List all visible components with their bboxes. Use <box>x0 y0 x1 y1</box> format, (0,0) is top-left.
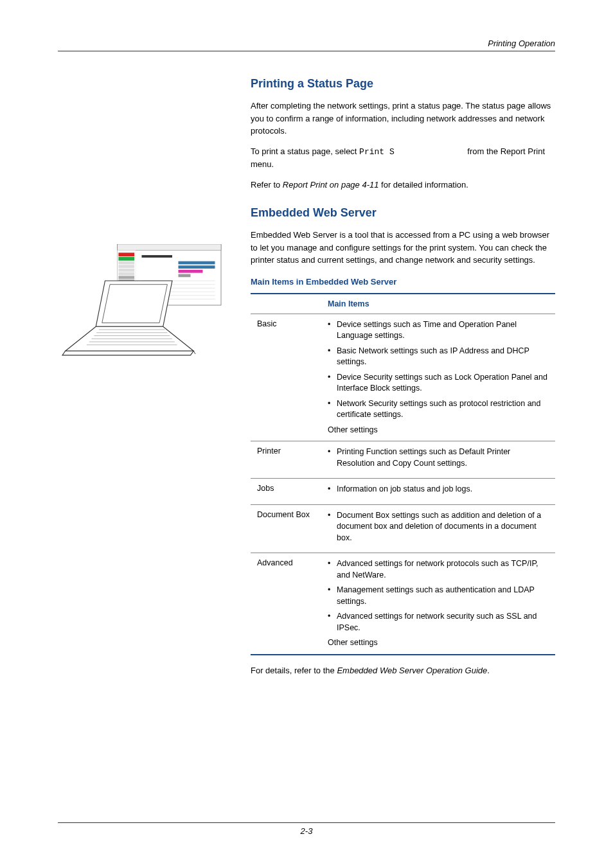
para-ews-closing: For details, refer to the Embedded Web S… <box>251 666 555 675</box>
bullet-item: •Device settings such as Time and Operat… <box>328 319 549 342</box>
bullet-dot-icon: • <box>328 398 337 421</box>
plain-text-line: Other settings <box>328 425 549 436</box>
footer-rule <box>58 822 555 823</box>
text-fragment: For details, refer to the <box>251 666 337 675</box>
bullet-item: •Management settings such as authenticat… <box>328 585 549 607</box>
text-fragment: Refer to <box>251 180 283 190</box>
bullet-item: •Basic Network settings such as IP Addre… <box>328 346 549 368</box>
row-name-cell: Printer <box>251 441 321 479</box>
table-row: Printer•Printing Function settings such … <box>251 441 555 479</box>
subheading-main-items: Main Items in Embedded Web Server <box>251 277 555 287</box>
bullet-text: Device settings such as Time and Operati… <box>337 319 549 342</box>
laptop-with-browser-illustration <box>58 244 238 360</box>
bullet-item: •Printing Function settings such as Defa… <box>328 447 549 469</box>
right-column: Printing a Status Page After completing … <box>251 77 555 675</box>
bullet-dot-icon: • <box>328 558 337 581</box>
bullet-dot-icon: • <box>328 447 337 469</box>
table-row: Jobs•Information on job status and job l… <box>251 479 555 505</box>
heading-printing-status-page: Printing a Status Page <box>251 77 555 91</box>
table-row: Document Box•Document Box settings such … <box>251 504 555 553</box>
table-main-items: Main Items Basic•Device settings such as… <box>251 293 555 655</box>
svg-rect-6 <box>118 265 134 268</box>
para-ews-intro: Embedded Web Server is a tool that is ac… <box>251 229 555 267</box>
bullet-dot-icon: • <box>328 484 337 495</box>
bullet-text: Printing Function settings such as Defau… <box>337 447 549 469</box>
bullet-item: •Device Security settings such as Lock O… <box>328 372 549 394</box>
bullet-dot-icon: • <box>328 585 337 607</box>
text-fragment: . <box>487 666 490 675</box>
row-name-cell: Jobs <box>251 479 321 505</box>
svg-marker-23 <box>96 281 172 326</box>
svg-marker-26 <box>62 351 193 355</box>
bullet-text: Information on job status and job logs. <box>337 484 472 495</box>
bullet-text: Advanced settings for network protocols … <box>337 558 549 581</box>
text-fragment: for detailed information. <box>378 180 468 190</box>
table-header-blank <box>251 294 321 314</box>
row-name-cell: Basic <box>251 314 321 441</box>
page-number: 2-3 <box>0 826 613 836</box>
table-header-main-items: Main Items <box>321 294 555 314</box>
bullet-item: •Document Box settings such as addition … <box>328 510 549 544</box>
bullet-dot-icon: • <box>328 372 337 394</box>
bullet-text: Basic Network settings such as IP Addres… <box>337 346 549 368</box>
bullet-item: •Network Security settings such as proto… <box>328 398 549 421</box>
bullet-text: Device Security settings such as Lock Op… <box>337 372 549 394</box>
bullet-text: Advanced settings for network security s… <box>337 611 549 633</box>
row-content-cell: •Document Box settings such as addition … <box>321 504 555 553</box>
plain-text-line: Other settings <box>328 637 549 649</box>
svg-rect-14 <box>179 265 215 269</box>
para-status-howto: To print a status page, select Print S f… <box>251 145 555 171</box>
row-content-cell: •Printing Function settings such as Defa… <box>321 441 555 479</box>
bullet-dot-icon: • <box>328 510 337 544</box>
para-status-refer: Refer to Report Print on page 4-11 for d… <box>251 179 555 191</box>
bullet-item: •Advanced settings for network security … <box>328 611 549 633</box>
svg-rect-7 <box>118 269 134 272</box>
bullet-dot-icon: • <box>328 319 337 342</box>
table-row: Advanced•Advanced settings for network p… <box>251 553 555 655</box>
bullet-text: Management settings such as authenticati… <box>337 585 549 607</box>
table-row: Basic•Device settings such as Time and O… <box>251 314 555 441</box>
table-body: Basic•Device settings such as Time and O… <box>251 314 555 655</box>
row-content-cell: •Advanced settings for network protocols… <box>321 553 555 655</box>
xref-ews-guide: Embedded Web Server Operation Guide <box>337 666 487 675</box>
svg-rect-8 <box>118 272 134 276</box>
svg-rect-1 <box>118 244 222 251</box>
bullet-item: •Information on job status and job logs. <box>328 484 549 495</box>
header-rule <box>58 51 555 51</box>
svg-rect-5 <box>118 261 134 265</box>
row-name-cell: Document Box <box>251 504 321 553</box>
running-header: Printing Operation <box>58 39 555 48</box>
para-status-intro: After completing the network settings, p… <box>251 100 555 137</box>
svg-rect-13 <box>179 261 215 265</box>
bullet-dot-icon: • <box>328 346 337 368</box>
row-content-cell: •Information on job status and job logs. <box>321 479 555 505</box>
heading-embedded-web-server: Embedded Web Server <box>251 206 555 220</box>
bullet-text: Document Box settings such as addition a… <box>337 510 549 544</box>
row-name-cell: Advanced <box>251 553 321 655</box>
bullet-text: Network Security settings such as protoc… <box>337 398 549 421</box>
svg-rect-15 <box>179 270 203 273</box>
svg-rect-3 <box>118 252 134 256</box>
row-content-cell: •Device settings such as Time and Operat… <box>321 314 555 441</box>
text-fragment: To print a status page, select <box>251 146 359 156</box>
content-area: Printing a Status Page After completing … <box>58 77 555 675</box>
svg-rect-9 <box>118 276 134 279</box>
svg-line-33 <box>193 351 195 354</box>
svg-rect-12 <box>142 255 173 258</box>
left-column <box>58 77 238 675</box>
xref-report-print: Report Print on page 4-11 <box>283 180 379 190</box>
svg-rect-4 <box>118 257 134 261</box>
bullet-item: •Advanced settings for network protocols… <box>328 558 549 581</box>
mono-text: Print S <box>359 147 395 157</box>
bullet-dot-icon: • <box>328 611 337 633</box>
svg-rect-16 <box>179 274 191 278</box>
